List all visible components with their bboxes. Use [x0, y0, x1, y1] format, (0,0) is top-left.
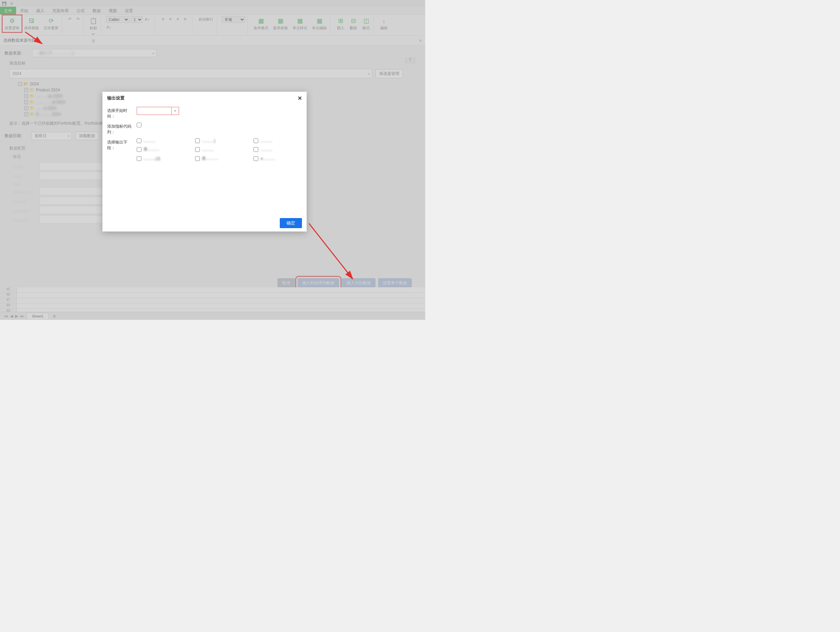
field-option[interactable]: 资………	[137, 147, 185, 152]
add-index-checkbox[interactable]	[137, 123, 141, 127]
ok-button[interactable]: 确定	[280, 218, 302, 228]
field-label: ………	[260, 147, 272, 152]
field-checkbox[interactable]	[137, 138, 141, 143]
start-time-select[interactable]: ▾	[137, 107, 179, 115]
chevron-down-icon: ▾	[171, 107, 179, 115]
field-label: ………	[144, 138, 155, 143]
start-time-label: 选择开始时间：	[107, 107, 134, 119]
field-label: ………)	[202, 138, 215, 143]
field-checkbox[interactable]	[137, 156, 141, 161]
select-fields-label: 选择输出字段：	[107, 138, 134, 151]
field-option[interactable]: 差………	[195, 156, 243, 161]
field-checkbox[interactable]	[195, 156, 200, 161]
field-label: ………(J)	[144, 156, 160, 161]
field-label: 差………	[202, 156, 218, 161]
field-option[interactable]: ∧………	[254, 156, 302, 161]
field-label: ∧………	[260, 156, 275, 161]
add-index-label: 添加指标代码列：	[107, 123, 134, 135]
field-option[interactable]: ………)	[195, 138, 243, 143]
field-checkbox[interactable]	[254, 138, 258, 143]
add-index-row: 添加指标代码列：	[107, 123, 302, 135]
field-checkbox[interactable]	[195, 147, 200, 152]
output-settings-modal: 输出设置 ✕ 选择开始时间： ▾ 添加指标代码列： 选择输出字段： ……… ………	[103, 92, 306, 232]
modal-header: 输出设置 ✕	[103, 92, 306, 105]
field-option[interactable]: ………(J)	[137, 156, 185, 161]
modal-body: 选择开始时间： ▾ 添加指标代码列： 选择输出字段： ……… ………) ……… …	[103, 105, 306, 215]
fields-grid: ……… ………) ……… 资……… ……… ……… ………(J) 差……… ∧……	[137, 138, 302, 161]
field-label: 资………	[144, 147, 159, 152]
modal-title: 输出设置	[107, 95, 125, 101]
field-checkbox[interactable]	[254, 147, 258, 152]
modal-footer: 确定	[103, 215, 306, 232]
field-label: ………	[260, 138, 272, 143]
field-checkbox[interactable]	[137, 147, 141, 152]
modal-close-button[interactable]: ✕	[298, 95, 302, 101]
field-checkbox[interactable]	[195, 138, 200, 143]
start-time-row: 选择开始时间： ▾	[107, 107, 302, 119]
field-option[interactable]: ………	[137, 138, 185, 143]
select-fields-row: 选择输出字段： ……… ………) ……… 资……… ……… ……… ………(J)…	[107, 138, 302, 161]
field-option[interactable]: ………	[254, 138, 302, 143]
field-label: ………	[202, 147, 214, 152]
field-option[interactable]: ………	[195, 147, 243, 152]
field-option[interactable]: ………	[254, 147, 302, 152]
field-checkbox[interactable]	[254, 156, 258, 161]
